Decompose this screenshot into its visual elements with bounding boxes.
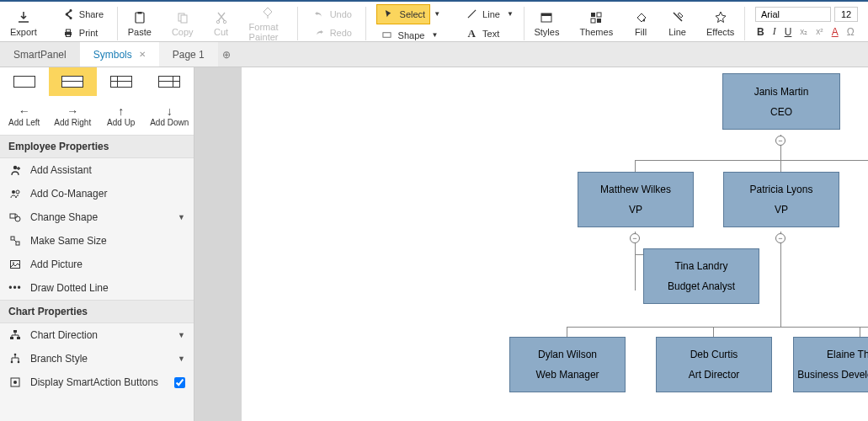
canvas[interactable]: Janis Martin CEO − Matthew Wilkes VP − P… [194, 67, 868, 421]
add-left-button[interactable]: ← Add Left [0, 96, 49, 135]
org-node-name: Elaine Thomas [827, 349, 868, 360]
paste-button[interactable]: Paste [128, 10, 152, 37]
select-button[interactable]: Select [376, 4, 431, 24]
font-color-button[interactable]: A [832, 26, 839, 38]
line-style-icon [670, 10, 685, 25]
print-button[interactable]: Print [57, 24, 102, 41]
add-up-button[interactable]: ↑ Add Up [97, 96, 146, 135]
add-comanager-button[interactable]: Add Co-Manager [0, 182, 194, 205]
shape-style-4[interactable] [146, 67, 194, 96]
export-label: Export [10, 27, 37, 37]
effects-button[interactable]: Effects [706, 10, 734, 37]
svg-rect-11 [541, 13, 551, 16]
font-size-input[interactable] [834, 7, 858, 22]
share-button[interactable]: Share [57, 6, 107, 23]
select-icon [381, 7, 397, 22]
make-same-size-button[interactable]: Make Same Size [0, 229, 194, 253]
change-shape-button[interactable]: Change Shape ▼ [0, 205, 194, 229]
shape-dropdown[interactable]: ▼ [431, 31, 438, 39]
svg-point-28 [14, 354, 17, 356]
underline-button[interactable]: U [785, 26, 792, 38]
tab-page-label: Page 1 [173, 49, 205, 61]
employee-properties-header: Employee Properties [0, 135, 194, 158]
svg-rect-22 [16, 242, 19, 245]
arrow-up-icon: ↑ [118, 104, 124, 118]
shape-button[interactable]: Shape [376, 27, 429, 44]
bold-button[interactable]: B [757, 26, 764, 38]
org-node-title: Business Development Mgr. [797, 369, 868, 381]
line-dropdown[interactable]: ▼ [507, 10, 514, 18]
export-button[interactable]: Export [10, 10, 37, 37]
text-icon: A [464, 26, 479, 41]
org-node-title: CEO [770, 106, 792, 118]
line-style-button[interactable]: Line [668, 10, 686, 37]
svg-rect-1 [66, 29, 70, 32]
svg-rect-9 [383, 33, 391, 38]
italic-button[interactable]: I [773, 25, 776, 38]
svg-rect-26 [10, 337, 13, 339]
format-painter-button[interactable]: Format Painter [249, 5, 287, 42]
undo-button[interactable]: Undo [308, 6, 355, 23]
add-picture-button[interactable]: Add Picture [0, 253, 194, 276]
branch-style-label: Branch Style [30, 353, 88, 365]
chart-direction-icon [8, 328, 22, 342]
add-down-button[interactable]: ↓ Add Down [146, 96, 194, 135]
styles-button[interactable]: Styles [534, 10, 559, 37]
select-label: Select [400, 9, 426, 19]
cut-button[interactable]: Cut [214, 10, 229, 37]
fill-button[interactable]: Fill [633, 10, 648, 37]
chart-direction-button[interactable]: Chart Direction ▼ [0, 323, 194, 347]
org-node-vp2[interactable]: Patricia Lyons VP [723, 172, 839, 227]
tab-smartpanel[interactable]: SmartPanel [0, 42, 80, 67]
display-smartaction-checkbox[interactable] [174, 377, 185, 388]
chevron-down-icon: ▼ [178, 331, 185, 339]
chart-properties-header: Chart Properties [0, 300, 194, 323]
org-node-ceo[interactable]: Janis Martin CEO [722, 73, 840, 130]
org-node-ba[interactable]: Tina Landry Budget Analyst [643, 248, 759, 304]
text-label: Text [482, 29, 499, 39]
tab-symbols[interactable]: Symbols ✕ [80, 42, 159, 67]
font-family-input[interactable] [755, 7, 831, 22]
collapse-button[interactable]: − [630, 233, 640, 243]
add-right-button[interactable]: → Add Right [49, 96, 98, 135]
org-node-vp1[interactable]: Matthew Wilkes VP [578, 172, 694, 227]
select-dropdown[interactable]: ▼ [434, 10, 440, 18]
shape-style-3[interactable] [97, 67, 146, 96]
svg-rect-2 [66, 35, 70, 37]
collapse-button[interactable]: − [775, 136, 785, 146]
tab-page-1[interactable]: Page 1 [159, 42, 218, 67]
text-button[interactable]: A Text [461, 25, 503, 42]
branch-style-button[interactable]: Branch Style ▼ [0, 347, 194, 370]
subscript-button[interactable]: x₂ [800, 27, 807, 36]
svg-point-30 [18, 361, 20, 364]
org-node-m3[interactable]: Elaine Thomas Business Development Mgr. [793, 337, 868, 392]
close-icon[interactable]: ✕ [139, 50, 146, 59]
add-tab-button[interactable]: ⊕ [218, 49, 235, 61]
shape-style-1[interactable] [0, 67, 49, 96]
page[interactable]: Janis Martin CEO − Matthew Wilkes VP − P… [242, 67, 868, 421]
themes-label: Themes [579, 27, 613, 37]
org-node-m1[interactable]: Dylan Wilson Web Manager [509, 337, 626, 392]
collapse-button[interactable]: − [775, 233, 785, 243]
redo-button[interactable]: Redo [308, 24, 355, 41]
svg-rect-4 [137, 12, 141, 14]
undo-label: Undo [330, 9, 352, 19]
copy-button[interactable]: Copy [172, 10, 194, 37]
line-button[interactable]: Line [461, 6, 503, 23]
svg-rect-21 [11, 237, 14, 240]
make-same-label: Make Same Size [30, 235, 107, 247]
omega-button[interactable]: Ω [847, 26, 855, 38]
shape-style-2[interactable] [49, 67, 98, 96]
org-node-m2[interactable]: Deb Curtis Art Director [656, 337, 772, 392]
org-node-name: Dylan Wilson [538, 349, 597, 360]
display-smartaction-toggle[interactable]: Display SmartAction Buttons [0, 370, 194, 394]
superscript-button[interactable]: x² [816, 27, 823, 36]
format-painter-label: Format Painter [249, 22, 287, 42]
add-down-label: Add Down [150, 118, 189, 127]
add-assistant-button[interactable]: Add Assistant [0, 158, 194, 182]
display-smartaction-label: Display SmartAction Buttons [30, 376, 158, 388]
shape-icon [380, 28, 395, 43]
themes-button[interactable]: Themes [579, 10, 613, 37]
draw-dotted-line-button[interactable]: ••• Draw Dotted Line [0, 276, 194, 300]
line-style-label: Line [668, 27, 686, 37]
